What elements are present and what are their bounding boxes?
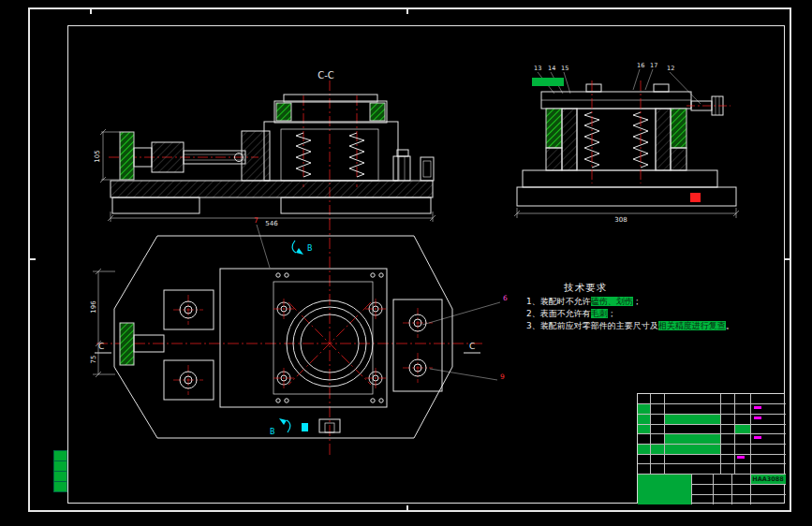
callout-leaders [257, 225, 500, 380]
clamp-screw-assembly [120, 131, 270, 181]
tech-req-title: 技术要求 [564, 282, 759, 294]
front-section-view[interactable]: 105 546 C-C [92, 64, 466, 227]
cad-viewport[interactable]: 105 546 C-C 13 14 15 16 17 12 [0, 0, 812, 526]
callout-6: 6 [503, 294, 508, 302]
centerlines [592, 80, 641, 183]
title-block-gridline [750, 474, 751, 504]
title-block-cell-green [638, 414, 650, 424]
grip-mark [754, 406, 761, 409]
knurled-knob [120, 132, 134, 180]
springs [584, 112, 648, 168]
layer-swatch[interactable] [53, 481, 67, 492]
text-segment: 。 [726, 321, 734, 330]
centering-tick [406, 505, 408, 512]
section-label-cc: C-C [317, 70, 334, 80]
callout-9: 9 [500, 373, 505, 381]
callout-leaders [538, 69, 701, 104]
title-block-gridline [638, 463, 786, 464]
gasket-left [276, 103, 291, 121]
title-block[interactable]: HAA3088 [637, 393, 785, 504]
body [517, 84, 736, 206]
title-block-cell-green [664, 433, 720, 444]
seal-column-left [546, 109, 562, 148]
section-c-label-left: C [98, 342, 104, 351]
grip-mark [754, 416, 761, 419]
title-block-gridline [691, 474, 692, 504]
grip-mark [754, 436, 761, 439]
title-block-gridline [638, 433, 786, 434]
side-fasteners [393, 150, 434, 181]
tech-req-line-2: 2、表面不允许有毛刺； [526, 308, 759, 320]
title-block-gridline [638, 444, 786, 445]
section-b-label-bottom: B [270, 428, 275, 436]
title-block-gridline [720, 394, 721, 474]
title-block-cell-green [638, 474, 691, 504]
callout-17: 17 [650, 62, 657, 69]
text-segment: ； [608, 309, 616, 318]
section-c-label-right: C [469, 342, 475, 351]
text-segment: ； [633, 297, 642, 306]
text-segment: 2、表面不允许有 [526, 309, 591, 318]
title-block-cell-green [638, 424, 650, 433]
grip-mark [737, 456, 745, 459]
callout-15: 15 [561, 65, 568, 72]
centering-tick [90, 7, 92, 14]
title-block-gridline [750, 394, 751, 474]
clamp-handle [120, 323, 164, 365]
title-block-gridline [650, 394, 651, 474]
left-guide-blocks [164, 290, 214, 400]
title-block-cell-green [638, 403, 650, 414]
tech-req-line-3: 3、装配前应对零部件的主要尺寸及相关精度进行复查。 [526, 320, 759, 332]
title-block-gridline [713, 474, 714, 504]
plan-view[interactable]: B B 7 6 9 C C 196 75 [80, 212, 529, 460]
title-block-gridline [638, 454, 786, 455]
highlighted-text: 毛刺 [591, 309, 608, 318]
dim-left-top-label: 196 [90, 300, 97, 314]
springs [296, 133, 364, 177]
cyan-clip [302, 423, 308, 431]
title-block-cell-green [664, 414, 720, 424]
callout-7: 7 [254, 216, 258, 225]
centering-tick [784, 258, 791, 260]
red-marker-square [690, 193, 701, 202]
title-block-gridline [734, 394, 735, 474]
centering-tick [406, 7, 408, 14]
knurled-knob [120, 323, 134, 365]
title-block-gridline [638, 414, 786, 415]
gasket-right [370, 103, 385, 121]
callout-12: 12 [667, 65, 674, 72]
tech-req-line-1: 1、装配时不允许磕伤、划伤； [526, 296, 759, 308]
text-segment: 1、装配时不允许 [526, 297, 591, 306]
dim-bottom-label: 308 [614, 216, 627, 224]
centerlines [96, 219, 482, 457]
title-block-gridline [638, 474, 786, 475]
highlighted-text: 磕伤、划伤 [591, 297, 633, 306]
callout-13: 13 [534, 65, 541, 72]
seal-column-right [671, 109, 687, 148]
title-block-cell-green [734, 424, 750, 433]
fixture-body [264, 95, 398, 181]
side-section-view[interactable]: 13 14 15 16 17 12 [510, 52, 754, 226]
title-block-gridline [731, 474, 732, 504]
title-block-gridline [691, 494, 786, 495]
callout-14: 14 [548, 65, 555, 72]
highlighted-text: 相关精度进行复查 [658, 321, 726, 330]
title-block-gridline [638, 403, 786, 404]
dim-left-bottom-label: 75 [90, 356, 97, 364]
central-housing [220, 269, 387, 407]
side-screw [687, 96, 731, 115]
technical-requirements[interactable]: 技术要求 1、装配时不允许磕伤、划伤； 2、表面不允许有毛刺； 3、装配前应对零… [526, 282, 759, 332]
base-plate-outline [114, 236, 452, 438]
selected-annotation-highlight [532, 78, 564, 86]
section-b-label-top: B [307, 244, 313, 253]
centering-tick [28, 258, 36, 260]
base-plate [111, 181, 433, 213]
centering-tick [36, 7, 45, 9]
title-block-gridline [664, 394, 665, 474]
title-block-gridline [638, 424, 786, 425]
title-block-gridline [691, 484, 786, 485]
callout-16: 16 [637, 62, 644, 69]
section-b-markers [279, 241, 303, 432]
text-segment: 3、装配前应对零部件的主要尺寸及 [526, 321, 658, 330]
dim-left-label: 105 [94, 150, 101, 162]
